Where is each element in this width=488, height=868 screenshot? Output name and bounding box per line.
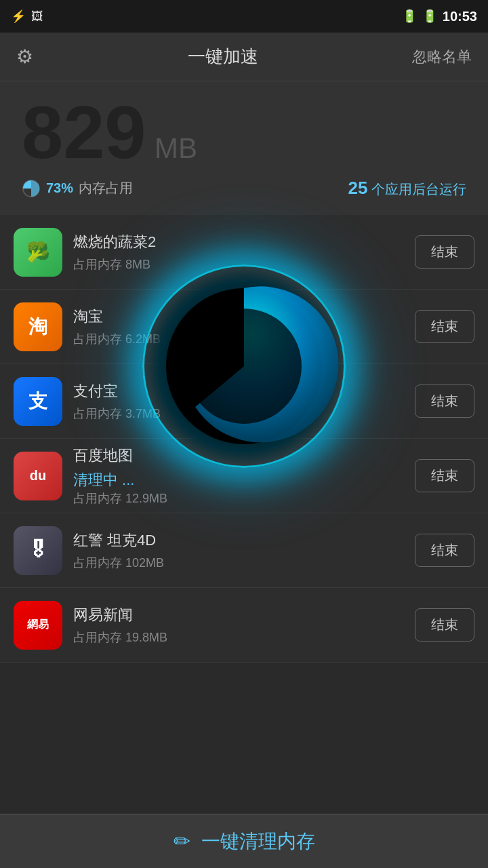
end-button[interactable]: 结束 xyxy=(415,534,474,567)
app-memory: 占用内存 12.9MB xyxy=(73,490,404,507)
image-icon: 🖼 xyxy=(31,9,43,24)
memory-stats: 73% 内存占用 25 个应用后台运行 xyxy=(22,178,466,204)
list-item: 網易 网易新闻 占用内存 19.8MB 结束 xyxy=(0,588,488,663)
app-info: 网易新闻 占用内存 19.8MB xyxy=(73,605,404,646)
app-icon: 🎖 xyxy=(14,526,62,575)
app-icon: 支 xyxy=(14,377,62,426)
status-time: 10:53 xyxy=(443,9,477,24)
memory-percent-value: 73% xyxy=(46,180,73,196)
list-item: 🎖 红警 坦克4D 占用内存 102MB 结束 xyxy=(0,513,488,588)
end-button[interactable]: 结束 xyxy=(415,608,474,642)
memory-display: 829 MB xyxy=(22,95,466,170)
memory-percent-label: 内存占用 xyxy=(79,179,133,197)
app-memory: 占用内存 102MB xyxy=(73,555,404,571)
app-name: 燃烧的蔬菜2 xyxy=(73,232,404,252)
memory-value: 829 xyxy=(22,90,146,174)
memory-unit: MB xyxy=(155,132,197,164)
end-button[interactable]: 结束 xyxy=(415,235,474,269)
app-count: 25 xyxy=(348,178,368,198)
bottom-bar[interactable]: ✏ 一键清理内存 xyxy=(0,814,488,868)
memory-percent-info: 73% 内存占用 xyxy=(22,179,133,198)
status-right: 🔋 🔋 10:53 xyxy=(402,9,477,24)
memory-apps-info: 25 个应用后台运行 xyxy=(348,178,466,199)
settings-button[interactable]: ⚙ xyxy=(16,45,33,68)
app-info: 红警 坦克4D 占用内存 102MB xyxy=(73,530,404,571)
app-memory: 占用内存 19.8MB xyxy=(73,629,404,646)
speed-circle-overlay[interactable] xyxy=(142,264,346,468)
app-icon: du xyxy=(14,452,62,500)
memory-pie-icon xyxy=(22,179,41,198)
battery-warning-icon: 🔋 xyxy=(402,9,417,24)
status-bar: ⚡ 🖼 🔋 🔋 10:53 xyxy=(0,0,488,33)
app-name: 红警 坦克4D xyxy=(73,530,404,551)
battery-icon: 🔋 xyxy=(422,9,437,24)
circle-svg xyxy=(149,271,339,461)
app-icon: 🥦 xyxy=(14,228,62,277)
app-icon: 網易 xyxy=(14,601,62,650)
app-memory-cleaning: 清理中 ... xyxy=(73,470,404,490)
speed-circle[interactable] xyxy=(142,264,346,468)
memory-section: 829 MB 73% 内存占用 25 个应用后台运行 xyxy=(0,81,488,215)
end-button[interactable]: 结束 xyxy=(415,310,474,343)
app-icon: 淘 xyxy=(14,302,62,351)
app-count-suffix: 个应用后台运行 xyxy=(371,182,466,197)
clean-memory-button[interactable]: 一键清理内存 xyxy=(201,829,315,854)
header-title: 一键加速 xyxy=(33,45,412,68)
end-button[interactable]: 结束 xyxy=(415,384,474,418)
ignore-list-button[interactable]: 忽略名单 xyxy=(412,47,472,67)
clean-icon: ✏ xyxy=(174,829,190,853)
svg-point-2 xyxy=(186,309,302,424)
app-name: 网易新闻 xyxy=(73,605,404,625)
usb-icon: ⚡ xyxy=(11,9,26,24)
status-icons-left: ⚡ 🖼 xyxy=(11,9,43,24)
header: ⚙ 一键加速 忽略名单 xyxy=(0,33,488,81)
end-button[interactable]: 结束 xyxy=(415,459,474,492)
